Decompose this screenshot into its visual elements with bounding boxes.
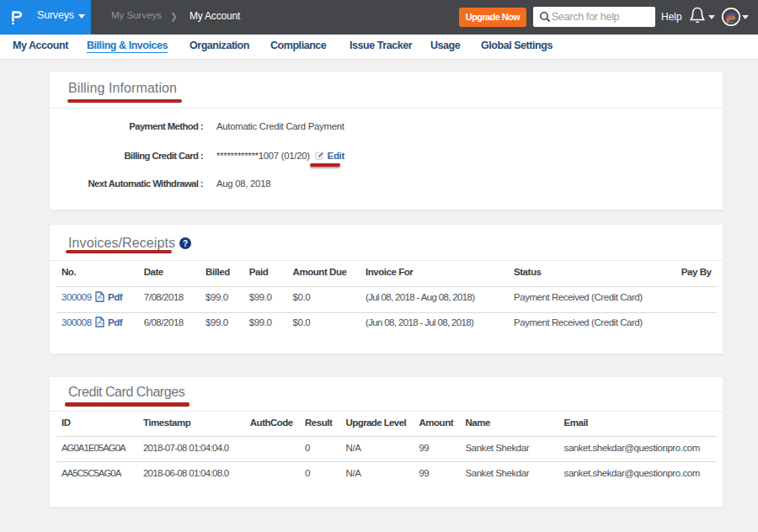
svg-text:?: ? [182, 239, 187, 248]
